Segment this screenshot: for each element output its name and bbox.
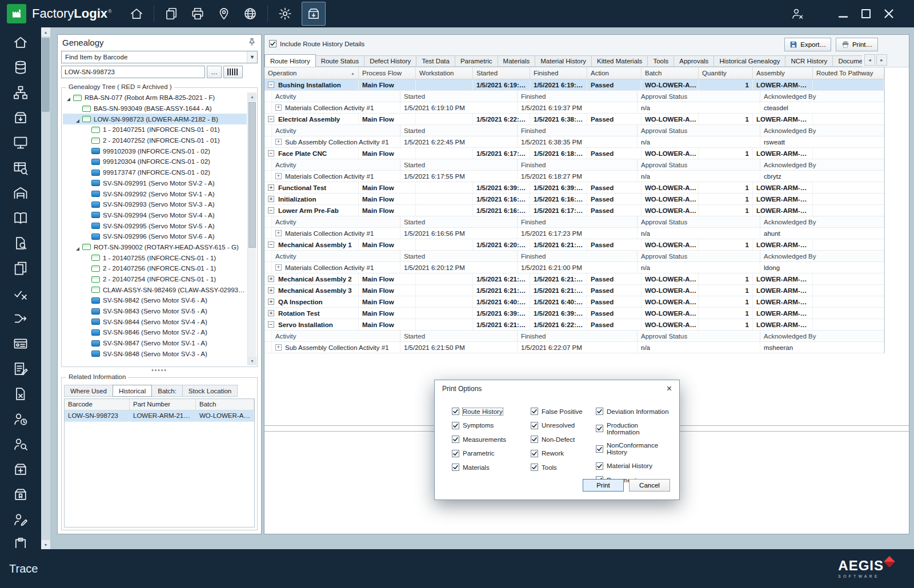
print-option-rework[interactable]: Rework [531,450,596,457]
checkbox-checked-icon[interactable] [596,425,603,432]
grid-row-master[interactable]: −Servo InstallationMain Flow1/5/2021 6:2… [264,319,884,331]
related-tab-stock-location[interactable]: Stock Location [182,385,238,397]
scroll-up-icon[interactable]: ▲ [41,27,50,37]
tab-documents[interactable]: Documents [832,55,862,67]
tree-item[interactable]: BAS-SN-993049 (BASE-ASSY-1644 - A) [63,103,247,114]
expand-icon[interactable]: + [275,230,282,236]
checkbox-checked-icon[interactable] [596,462,603,470]
grid-row-detail[interactable]: +Materials Collection Activity #11/5/202… [264,262,884,273]
scroll-down-icon[interactable]: ▼ [41,540,50,549]
grid-row-master[interactable]: +Mechanical Assembly 3Main Flow1/5/2021 … [264,285,884,296]
sidebar-item-database[interactable] [0,55,41,80]
trace-button[interactable] [302,2,326,26]
scrollbar-thumb[interactable] [248,102,256,248]
collapse-icon[interactable]: − [268,321,274,328]
sidebar-item-box-tag[interactable] [0,482,41,507]
expand-icon[interactable]: + [275,264,282,271]
tree-item[interactable]: SV-SN-092994 (Servo Motor SV-4 - A) [63,210,247,221]
checkbox-checked-icon[interactable] [596,445,603,453]
grid-row-master[interactable]: −Face Plate CNCMain Flow1/5/2021 6:17:…1… [264,148,884,159]
tree-item[interactable]: SV-SN-092996 (Servo Motor SV-6 - A) [63,231,247,242]
tab-materials[interactable]: Materials [498,55,536,67]
column-header-workstation[interactable]: Workstation [416,67,473,79]
checkbox-checked-icon[interactable] [531,450,538,457]
grid-row-detail[interactable]: +Materials Collection Activity #11/5/202… [264,102,884,114]
tree-item[interactable]: 1 - 201407255 (INFORCE-CNS-01 - 1) [63,252,247,263]
related-column-part-number[interactable]: Part Number [130,399,196,410]
tab-historical-genealogy[interactable]: Historical Genealogy [713,55,785,67]
tab-kitted-materials[interactable]: Kitted Materials [591,55,648,67]
export-button[interactable]: Export… [784,38,831,51]
expand-icon[interactable]: + [268,276,274,282]
tree-item[interactable]: 999173747 (INFORCE-CNS-01 - 02) [63,167,247,178]
checkbox-checked-icon[interactable] [452,408,459,415]
printer-button[interactable] [185,0,211,27]
dialog-print-button[interactable]: Print [583,479,624,492]
print-option-false-positive[interactable]: False Positive [531,408,596,415]
column-header-assembly[interactable]: Assembly [753,67,813,79]
globe-button[interactable] [237,0,263,27]
print-option-parametric[interactable]: Parametric [452,450,531,457]
user-logout-button[interactable] [786,0,809,27]
close-icon[interactable]: × [667,384,672,393]
grid-row-master[interactable]: −Bushing InstallationMain Flow1/5/2021 6… [264,79,884,91]
grid-row-detail[interactable]: +Materials Collection Activity #11/5/202… [264,228,884,239]
grid-row-master[interactable]: +InitializationMain Flow1/5/2021 6:16:…1… [264,194,884,205]
related-tab-where-used[interactable]: Where Used [64,385,113,397]
chevron-down-icon[interactable]: ▼ [247,51,257,63]
print-option-production-information[interactable]: Production Information [596,422,671,436]
sidebar-item-card[interactable] [0,331,41,356]
print-option-measurements[interactable]: Measurements [452,436,531,443]
tree-item[interactable]: 2 - 201407256 (INFORCE-CNS-01 - 1) [63,263,247,274]
print-option-tools[interactable]: Tools [531,464,596,471]
scroll-up-icon[interactable]: ▲ [248,92,256,101]
expand-icon[interactable] [74,116,81,123]
sidebar-item-book[interactable] [0,206,41,231]
barcode-scan-button[interactable] [223,66,243,78]
expand-icon[interactable]: + [268,184,274,191]
expand-icon[interactable] [65,94,72,101]
checkbox-checked-icon[interactable] [452,422,459,429]
collapse-icon[interactable]: − [268,207,274,214]
tab-material-history[interactable]: Material History [535,55,592,67]
sidebar-item-monitor[interactable] [0,130,41,155]
grid-row-detail[interactable]: +Sub Assembly Collection Activity #11/5/… [264,136,884,148]
sidebar-item-trace[interactable] [0,105,41,130]
collapse-icon[interactable]: − [268,82,274,88]
tree-item[interactable]: SV-SN-092991 (Servo Motor SV-2 - A) [63,178,247,189]
settings-button[interactable] [272,0,298,27]
checkbox-checked-icon[interactable] [531,408,538,415]
tree-scrollbar[interactable]: ▲ ▼ [247,92,256,365]
checkbox-checked-icon[interactable] [596,408,603,415]
tree-item[interactable]: SV-SN-9848 (Servo Motor SV-3 - A) [63,349,247,360]
checkbox-checked-icon[interactable] [269,40,276,47]
print-option-non-defect[interactable]: Non-Defect [531,436,596,443]
print-button[interactable]: Print… [836,38,878,51]
expand-icon[interactable]: + [275,173,282,179]
sidebar-scrollbar[interactable]: ▲ ▼ [41,27,50,549]
scrollbar-thumb[interactable] [42,38,50,112]
tree-item[interactable]: ROT-SN-399002 (ROTARY-HEAD-ASSY-615 - G) [63,242,247,253]
sidebar-item-user-search[interactable] [0,432,41,457]
sidebar-item-user-clock[interactable] [0,406,41,432]
print-option-material-history[interactable]: Material History [596,462,671,470]
grid-row-master[interactable]: +QA InspectionMain Flow1/5/2021 6:40:…1/… [264,296,884,308]
location-button[interactable] [211,0,237,27]
column-header-finished[interactable]: Finished [530,67,587,79]
column-header-action[interactable]: Action [587,67,642,79]
tree-item[interactable]: SV-SN-092995 (Servo Motor SV-5 - A) [63,220,247,231]
print-option-symptoms[interactable]: Symptoms [452,422,531,429]
expand-icon[interactable]: + [268,310,274,316]
tree-item[interactable]: SV-SN-9843 (Servo Motor SV-5 - A) [63,306,247,317]
grid-row-master[interactable]: +Functional TestMain Flow1/5/2021 6:39:…… [264,182,884,194]
expand-icon[interactable]: + [268,287,274,293]
sidebar-item-box-add[interactable] [0,457,41,482]
related-tab-batch[interactable]: Batch: [151,385,183,397]
expand-icon[interactable]: + [275,139,282,145]
sidebar-item-home[interactable] [0,30,41,55]
tab-scroll-right-icon[interactable]: ▸ [876,54,887,66]
maximize-button[interactable] [855,0,877,27]
sidebar-item-table-search[interactable] [0,155,41,180]
tab-route-history[interactable]: Route History [264,54,316,67]
checkbox-checked-icon[interactable] [452,436,459,443]
